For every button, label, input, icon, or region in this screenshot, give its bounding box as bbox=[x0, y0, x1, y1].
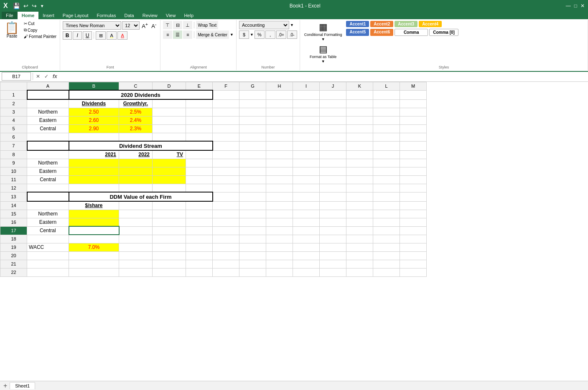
tab-view[interactable]: View bbox=[162, 12, 180, 19]
percent-button[interactable]: % bbox=[255, 30, 265, 39]
cell-D12[interactable] bbox=[153, 184, 186, 192]
comma-button[interactable]: , bbox=[265, 30, 275, 39]
cell-D5[interactable] bbox=[153, 124, 186, 133]
cell-A11[interactable]: Central bbox=[27, 175, 69, 184]
cell-C2[interactable]: Growth/yr. bbox=[119, 99, 153, 108]
cell-D10[interactable] bbox=[153, 167, 186, 175]
cell-G14[interactable] bbox=[239, 201, 266, 210]
font-color-button[interactable]: A bbox=[117, 31, 127, 40]
merge-dropdown-icon[interactable]: ▼ bbox=[230, 33, 234, 37]
cell-L3[interactable] bbox=[373, 108, 400, 116]
cell-I12[interactable] bbox=[293, 184, 320, 192]
cell-F22[interactable] bbox=[213, 268, 239, 276]
spreadsheet-container[interactable]: A B C D E F G H I J K L M 1 2020 Dividen… bbox=[0, 82, 588, 390]
accent6-swatch[interactable]: Accent6 bbox=[370, 29, 393, 36]
cell-G13[interactable] bbox=[239, 192, 266, 201]
cell-A8[interactable] bbox=[27, 150, 69, 159]
cell-L1[interactable] bbox=[373, 90, 400, 99]
minimize-icon[interactable]: — bbox=[566, 3, 571, 9]
cell-I3[interactable] bbox=[293, 108, 320, 116]
cell-F15[interactable] bbox=[213, 210, 239, 218]
cell-L15[interactable] bbox=[373, 210, 400, 218]
col-header-K[interactable]: K bbox=[346, 82, 373, 90]
cell-G5[interactable] bbox=[239, 124, 266, 133]
cell-M19[interactable] bbox=[400, 243, 427, 251]
cell-D15[interactable] bbox=[153, 210, 186, 218]
cell-H10[interactable] bbox=[266, 167, 293, 175]
cell-K11[interactable] bbox=[346, 175, 373, 184]
cell-K13[interactable] bbox=[346, 192, 373, 201]
cell-K3[interactable] bbox=[346, 108, 373, 116]
cell-M7[interactable] bbox=[400, 141, 427, 150]
cell-B8[interactable]: 2021 bbox=[69, 150, 119, 159]
cell-B20[interactable] bbox=[69, 251, 119, 260]
cell-F2[interactable] bbox=[213, 99, 239, 108]
accent2-swatch[interactable]: Accent2 bbox=[370, 21, 393, 27]
cell-G3[interactable] bbox=[239, 108, 266, 116]
cell-J4[interactable] bbox=[320, 116, 346, 124]
cell-F3[interactable] bbox=[213, 108, 239, 116]
cell-D9[interactable] bbox=[153, 159, 186, 167]
cell-H7[interactable] bbox=[266, 141, 293, 150]
cell-J21[interactable] bbox=[320, 260, 346, 268]
cell-F21[interactable] bbox=[213, 260, 239, 268]
cell-E15[interactable] bbox=[186, 210, 213, 218]
cell-D20[interactable] bbox=[153, 251, 186, 260]
cell-E3[interactable] bbox=[186, 108, 213, 116]
col-header-F[interactable]: F bbox=[213, 82, 239, 90]
cell-E5[interactable] bbox=[186, 124, 213, 133]
cell-G1[interactable] bbox=[239, 90, 266, 99]
cell-C21[interactable] bbox=[119, 260, 153, 268]
cell-B6[interactable] bbox=[69, 133, 119, 141]
comma-swatch[interactable]: Comma bbox=[395, 29, 428, 36]
cell-M4[interactable] bbox=[400, 116, 427, 124]
align-middle-button[interactable]: ⊟ bbox=[173, 21, 182, 29]
cell-L12[interactable] bbox=[373, 184, 400, 192]
cell-B1[interactable]: 2020 Dividends bbox=[69, 90, 213, 99]
cell-D17[interactable] bbox=[153, 226, 186, 235]
conditional-formatting-button[interactable]: ▦ Conditional Formatting ▼ bbox=[303, 21, 344, 42]
cell-A9[interactable]: Northern bbox=[27, 159, 69, 167]
cell-A16[interactable]: Eastern bbox=[27, 218, 69, 226]
cell-C19[interactable] bbox=[119, 243, 153, 251]
align-left-button[interactable]: ≡ bbox=[163, 30, 172, 39]
cell-J17[interactable] bbox=[320, 226, 346, 235]
cell-A10[interactable]: Eastern bbox=[27, 167, 69, 175]
format-painter-button[interactable]: 🖌 Format Painter bbox=[23, 34, 57, 39]
format-as-table-button[interactable]: ▤ Format as Table ▼ bbox=[308, 43, 338, 64]
decrease-decimal-button[interactable]: .0- bbox=[287, 30, 297, 39]
cell-K4[interactable] bbox=[346, 116, 373, 124]
cell-B17-active[interactable] bbox=[69, 226, 119, 235]
cell-B10[interactable] bbox=[69, 167, 119, 175]
undo-icon[interactable]: ↩ bbox=[23, 3, 28, 9]
cell-D2[interactable] bbox=[153, 99, 186, 108]
cell-D22[interactable] bbox=[153, 268, 186, 276]
cell-G19[interactable] bbox=[239, 243, 266, 251]
cell-C15[interactable] bbox=[119, 210, 153, 218]
cell-C20[interactable] bbox=[119, 251, 153, 260]
cell-I7[interactable] bbox=[293, 141, 320, 150]
formula-input[interactable] bbox=[60, 73, 586, 79]
cell-H13[interactable] bbox=[266, 192, 293, 201]
cell-A22[interactable] bbox=[27, 268, 69, 276]
cell-B2[interactable]: Dividends bbox=[69, 99, 119, 108]
cell-K12[interactable] bbox=[346, 184, 373, 192]
cell-M8[interactable] bbox=[400, 150, 427, 159]
accent1-swatch[interactable]: Accent1 bbox=[346, 21, 369, 27]
cell-A7[interactable] bbox=[27, 141, 69, 150]
cell-F20[interactable] bbox=[213, 251, 239, 260]
cell-F6[interactable] bbox=[213, 133, 239, 141]
cell-M10[interactable] bbox=[400, 167, 427, 175]
cell-F14[interactable] bbox=[213, 201, 239, 210]
cell-L10[interactable] bbox=[373, 167, 400, 175]
cell-L21[interactable] bbox=[373, 260, 400, 268]
cell-K2[interactable] bbox=[346, 99, 373, 108]
cell-B14[interactable]: $/share bbox=[69, 201, 119, 210]
cell-D4[interactable] bbox=[153, 116, 186, 124]
close-icon[interactable]: ✕ bbox=[580, 3, 585, 9]
cell-J18[interactable] bbox=[320, 235, 346, 243]
accent4-swatch[interactable]: Accent4 bbox=[419, 21, 442, 27]
cell-K15[interactable] bbox=[346, 210, 373, 218]
cell-M9[interactable] bbox=[400, 159, 427, 167]
cell-D21[interactable] bbox=[153, 260, 186, 268]
